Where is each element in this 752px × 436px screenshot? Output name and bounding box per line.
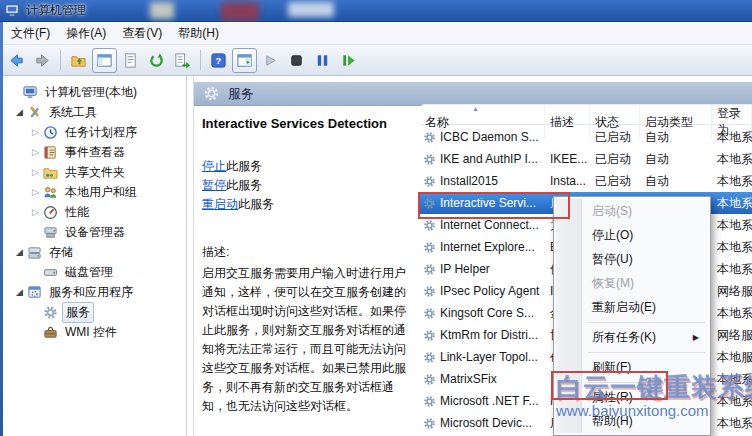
service-name: Internet Connect... — [440, 218, 539, 232]
context-menu-item[interactable]: 恢复(M) — [556, 271, 708, 295]
window-title: 计算机管理 — [26, 2, 86, 19]
help-button[interactable]: ? — [206, 48, 231, 73]
context-menu-item[interactable]: 所有任务(K)▶ — [556, 325, 708, 349]
service-row[interactable]: Install2015Insta...已启动自动本地系 — [420, 170, 752, 192]
aero-glass-reflection — [150, 2, 174, 19]
tree-item[interactable]: ▷性能 — [3, 202, 186, 222]
disk-management-icon — [43, 265, 58, 280]
description-label: 描述: — [202, 244, 414, 261]
service-gear-icon — [423, 307, 436, 320]
tree-item-label: 事件查看器 — [62, 143, 128, 162]
service-name: IP Helper — [440, 262, 490, 276]
tree-item[interactable]: ▷任务计划程序 — [3, 122, 186, 142]
context-menu-item[interactable]: 属性(R) — [556, 385, 708, 409]
tree-expander-collapsed-icon[interactable]: ▷ — [29, 127, 42, 137]
service-logon-cell: 本地系 — [712, 151, 752, 168]
service-name: ICBC Daemon S... — [440, 130, 539, 144]
service-action-suffix: 此服务 — [226, 159, 262, 173]
tree-item-label: 本地用户和组 — [62, 183, 140, 202]
tree-expander-collapsed-icon[interactable]: ▷ — [29, 187, 42, 197]
stop-service-button[interactable] — [284, 48, 309, 73]
tree-item-label: 磁盘管理 — [62, 263, 116, 282]
tree-item[interactable]: ▷本地用户和组 — [3, 182, 186, 202]
service-description: 启用交互服务需要用户输入时进行用户通知，这样，便可以在交互服务创建的对话框出现时… — [202, 264, 414, 416]
menu-item[interactable]: 查看(V) — [114, 22, 170, 45]
service-action-link[interactable]: 暂停 — [202, 178, 226, 192]
service-action-links: 停止此服务暂停此服务重启动此服务 — [202, 157, 414, 214]
service-action-link-row: 停止此服务 — [202, 157, 414, 176]
tree-expander-expanded-icon[interactable]: ◢ — [13, 107, 26, 117]
tree-item[interactable]: WMI 控件 — [3, 322, 186, 342]
service-logon-cell: 本地服 — [712, 349, 752, 366]
tree-expander-collapsed-icon[interactable]: ▷ — [29, 207, 42, 217]
restart-service-button[interactable] — [336, 48, 361, 73]
tree-item[interactable]: 设备管理器 — [3, 222, 186, 242]
tree-item[interactable]: 磁盘管理 — [3, 262, 186, 282]
export-list-button[interactable] — [170, 48, 195, 73]
refresh-button[interactable] — [144, 48, 169, 73]
computer-management-window: 计算机管理 文件(F)操作(A)查看(V)帮助(H) ? 计算机管理(本地)◢系… — [0, 0, 752, 436]
context-menu-item[interactable]: 暂停(U) — [556, 247, 708, 271]
services-icon — [43, 305, 58, 320]
context-menu-item[interactable]: 启动(S) — [556, 199, 708, 223]
context-menu-item[interactable]: 停止(O) — [556, 223, 708, 247]
service-name: KtmRm for Distri... — [440, 328, 538, 342]
service-gear-icon — [423, 219, 436, 232]
service-status-cell: 已启动 — [590, 173, 640, 190]
device-manager-icon — [43, 225, 58, 240]
menu-item[interactable]: 帮助(H) — [170, 22, 227, 45]
service-logon-cell: 本地系 — [712, 195, 752, 212]
forward-button[interactable] — [30, 48, 55, 73]
pause-service-button[interactable] — [310, 48, 335, 73]
service-row[interactable]: IKE and AuthIP I...IKEE...已启动自动本地系 — [420, 148, 752, 170]
service-action-link[interactable]: 停止 — [202, 159, 226, 173]
tree-item[interactable]: ▷事件查看器 — [3, 142, 186, 162]
up-folder-button[interactable] — [66, 48, 91, 73]
service-logon-cell: 本地系 — [712, 261, 752, 278]
service-name: Internet Explore... — [440, 240, 535, 254]
system-tools-icon — [27, 105, 42, 120]
tree-item-label: 计算机管理(本地) — [42, 83, 140, 102]
menu-item[interactable]: 操作(A) — [58, 22, 114, 45]
services-banner-label: 服务 — [228, 85, 254, 103]
tree-item[interactable]: ◢服务和应用程序 — [3, 282, 186, 302]
context-menu-item[interactable]: 重新启动(E) — [556, 295, 708, 319]
service-logon-cell: 本地系 — [712, 371, 752, 388]
service-gear-icon — [423, 285, 436, 298]
service-row[interactable]: ICBC Daemon S...已启动自动本地系 — [420, 126, 752, 148]
tree-item[interactable]: 服务 — [3, 302, 186, 322]
tree-expander-collapsed-icon[interactable]: ▷ — [29, 167, 42, 177]
pane-divider[interactable] — [193, 76, 194, 436]
menu-item[interactable]: 文件(F) — [3, 22, 58, 45]
tree-expander-expanded-icon[interactable]: ◢ — [13, 287, 26, 297]
properties-button[interactable] — [118, 48, 143, 73]
properties-icon — [122, 52, 139, 69]
submenu-arrow-icon: ▶ — [693, 333, 699, 342]
service-action-link-row: 重启动此服务 — [202, 195, 414, 214]
tree-item[interactable]: ◢存储 — [3, 242, 186, 262]
console-tree-button[interactable] — [92, 48, 117, 73]
service-action-link[interactable]: 重启动 — [202, 197, 238, 211]
service-gear-icon — [423, 197, 436, 210]
service-logon-cell: 本地系 — [712, 129, 752, 146]
tree-item-label: 服务 — [62, 302, 94, 323]
service-gear-icon — [423, 131, 436, 144]
tree-item[interactable]: ◢系统工具 — [3, 102, 186, 122]
context-menu-item[interactable]: 帮助(H) — [556, 409, 708, 433]
tree-expander-collapsed-icon[interactable]: ▷ — [29, 147, 42, 157]
tree-expander-expanded-icon[interactable]: ◢ — [13, 247, 26, 257]
service-gear-icon — [423, 175, 436, 188]
wmi-icon — [43, 325, 58, 340]
service-gear-icon — [423, 241, 436, 254]
tree-item-label: 共享文件夹 — [62, 163, 128, 182]
title-bar[interactable]: 计算机管理 — [0, 0, 752, 22]
action-pane-button[interactable] — [232, 48, 257, 73]
context-menu-item[interactable]: 刷新(F) — [556, 355, 708, 379]
service-gear-icon — [423, 153, 436, 166]
start-service-button[interactable] — [258, 48, 283, 73]
tree-item-label: 服务和应用程序 — [46, 283, 136, 302]
tree-item[interactable]: 计算机管理(本地) — [3, 82, 186, 102]
shared-folders-icon — [43, 165, 58, 180]
back-button[interactable] — [4, 48, 29, 73]
tree-item[interactable]: ▷共享文件夹 — [3, 162, 186, 182]
